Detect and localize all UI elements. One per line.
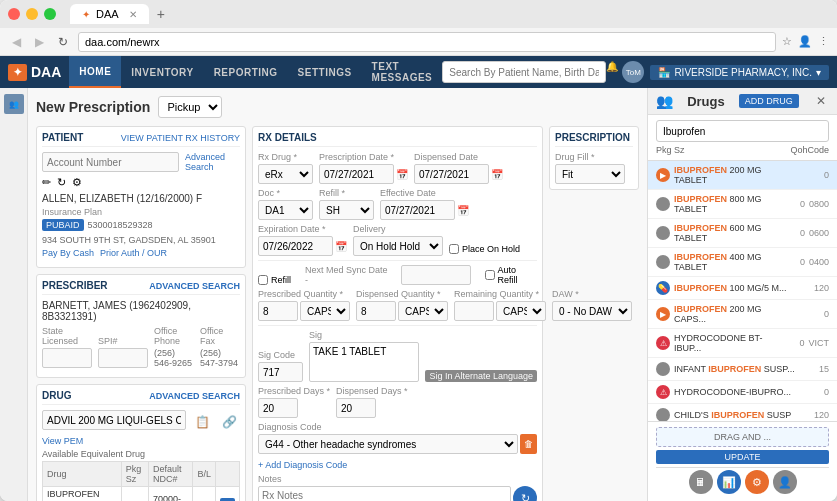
drug-item[interactable]: ▶ IBUPROFEN 200 MG CAPS... 0 <box>648 300 837 329</box>
drug-item[interactable]: ▶ IBUPROFEN 200 MG TABLET 0 <box>648 161 837 190</box>
add-drug-button[interactable]: ADD DRUG <box>739 94 799 108</box>
prescribed-days-input[interactable] <box>258 398 298 418</box>
nav-home[interactable]: HOME <box>69 56 121 88</box>
bottom-icons: 🖩 📊 ⚙ 👤 <box>656 467 829 496</box>
patient-edit-icon[interactable]: ✏ <box>42 176 51 189</box>
prior-auth-link[interactable]: Prior Auth / OUR <box>100 248 167 258</box>
drag-drop-area: DRAG AND ... <box>656 427 829 447</box>
drug-item[interactable]: CHILD'S IBUPROFEN SUSP 120 <box>648 404 837 421</box>
next-med-sync-input[interactable] <box>401 265 471 285</box>
drug-item[interactable]: IBUPROFEN 800 MG TABLET 0 0800 <box>648 190 837 219</box>
spi-input[interactable] <box>98 348 148 368</box>
settings-bottom-button[interactable]: ⚙ <box>745 470 769 494</box>
delivery-select[interactable]: On Hold Hold <box>353 236 443 256</box>
cal-icon4[interactable]: 📅 <box>335 241 347 252</box>
menu-icon[interactable]: ⋮ <box>818 35 829 48</box>
nav-inventory[interactable]: INVENTORY <box>121 56 203 88</box>
patient-settings-icon[interactable]: ⚙ <box>72 176 82 189</box>
remaining-qty-input[interactable] <box>454 301 494 321</box>
prescribed-qty-unit[interactable]: CAPS <box>300 301 350 321</box>
logo-icon: ✦ <box>8 64 27 81</box>
drugs-search-input[interactable] <box>656 120 829 142</box>
doc-select[interactable]: DA1 <box>258 200 313 220</box>
forward-button[interactable]: ▶ <box>31 33 48 51</box>
drug-item-name: HYDROCODONE-IBUPRO... <box>674 387 795 397</box>
sig-textarea[interactable]: TAKE 1 TABLET <box>309 342 419 382</box>
calculator-button[interactable]: 🖩 <box>689 470 713 494</box>
bookmark-icon[interactable]: ☆ <box>782 35 792 48</box>
remaining-qty-unit[interactable]: CAPS <box>496 301 546 321</box>
advanced-search-drug[interactable]: Advanced Search <box>149 391 240 401</box>
effective-date-input[interactable] <box>380 200 455 220</box>
nav-bar: ◀ ▶ ↻ ☆ 👤 ⋮ <box>0 28 837 56</box>
patient-refresh-icon[interactable]: ↻ <box>57 176 66 189</box>
drug-fill-select[interactable]: Fit <box>555 164 625 184</box>
close-button[interactable] <box>8 8 20 20</box>
close-drugs-panel-button[interactable]: ✕ <box>813 93 829 109</box>
browser-tab[interactable]: ✦ DAA ✕ <box>70 4 149 24</box>
nav-reporting[interactable]: REPORTING <box>204 56 288 88</box>
drug-row-action[interactable]: ▶ <box>215 487 239 502</box>
table-row[interactable]: IBUPROFEN 200 MG CAPSULE 70000-0169-30 0… <box>43 487 240 502</box>
drug-item[interactable]: IBUPROFEN 400 MG TABLET 0 0400 <box>648 248 837 277</box>
new-tab-button[interactable]: + <box>153 6 169 22</box>
user-bottom-button[interactable]: 👤 <box>773 470 797 494</box>
cal-icon3[interactable]: 📅 <box>457 205 469 216</box>
pickup-select[interactable]: Pickup <box>158 96 222 118</box>
dispensed-qty-unit[interactable]: CAPS <box>398 301 448 321</box>
prescribed-qty-input[interactable] <box>258 301 298 321</box>
refill-checkbox[interactable] <box>258 275 268 285</box>
cal-icon2[interactable]: 📅 <box>491 169 503 180</box>
dropdown-icon[interactable]: ▾ <box>816 67 821 78</box>
state-licensed-input[interactable] <box>42 348 92 368</box>
advanced-search-prescriber[interactable]: Advanced Search <box>149 281 240 291</box>
view-pem-link[interactable]: View PEM <box>42 436 83 446</box>
add-diagnosis-link[interactable]: + Add Diagnosis Code <box>258 460 347 470</box>
view-patient-history-link[interactable]: View Patient Rx History <box>121 133 240 143</box>
drug-item[interactable]: 💊 IBUPROFEN 100 MG/5 M... 120 <box>648 277 837 300</box>
drug-item[interactable]: ⚠ HYDROCODONE BT-IBUP... 0 VICT <box>648 329 837 358</box>
notes-textarea[interactable] <box>258 486 511 501</box>
drug-item[interactable]: IBUPROFEN 600 MG TABLET 0 0600 <box>648 219 837 248</box>
dispensed-date-input[interactable] <box>414 164 489 184</box>
advanced-search-patient[interactable]: Advanced Search <box>185 152 240 172</box>
expiration-date-input[interactable] <box>258 236 333 256</box>
drug-item-name: IBUPROFEN 200 MG TABLET <box>674 165 795 185</box>
dispensed-qty-input[interactable] <box>356 301 396 321</box>
minimize-button[interactable] <box>26 8 38 20</box>
nav-settings[interactable]: SETTINGS <box>288 56 362 88</box>
sidebar-users-icon[interactable]: 👥 <box>4 94 24 114</box>
prescription-date-input[interactable] <box>319 164 394 184</box>
header-search-input[interactable] <box>442 61 606 83</box>
nav-text-messages[interactable]: TEXT MESSAGES <box>362 56 443 88</box>
sig-alternate-button[interactable]: Sig In Alternate Language <box>425 370 537 382</box>
auto-refill-checkbox[interactable] <box>485 270 495 280</box>
chart-button[interactable]: 📊 <box>717 470 741 494</box>
pay-by-cash-link[interactable]: Pay By Cash <box>42 248 94 258</box>
back-button[interactable]: ◀ <box>8 33 25 51</box>
dispensed-days-input[interactable] <box>336 398 376 418</box>
user-nav-icon[interactable]: 👤 <box>798 35 812 48</box>
refill-select[interactable]: SH <box>319 200 374 220</box>
tab-close-icon[interactable]: ✕ <box>129 9 137 20</box>
maximize-button[interactable] <box>44 8 56 20</box>
refresh-notes-button[interactable]: ↻ <box>513 486 537 501</box>
diagnosis-select[interactable]: G44 - Other headache syndromes <box>258 434 518 454</box>
drug-item[interactable]: INFANT IBUPROFEN SUSP... 15 <box>648 358 837 381</box>
rx-drug-select[interactable]: eRx <box>258 164 313 184</box>
prescriber-section-header: PRESCRIBER Advanced Search <box>42 280 240 295</box>
bell-icon[interactable]: 🔔 <box>606 61 618 83</box>
delete-diagnosis-button[interactable]: 🗑 <box>520 434 537 454</box>
drug-name-input[interactable] <box>42 410 186 430</box>
update-button[interactable]: UPDATE <box>656 450 829 464</box>
drug-icon1[interactable]: 📋 <box>192 414 213 430</box>
drug-item[interactable]: ⚠ HYDROCODONE-IBUPRO... 0 <box>648 381 837 404</box>
refresh-button[interactable]: ↻ <box>54 33 72 51</box>
cal-icon1[interactable]: 📅 <box>396 169 408 180</box>
place-on-hold-checkbox[interactable] <box>449 244 459 254</box>
address-bar[interactable] <box>78 32 776 52</box>
drug-item-count: 0 <box>774 338 804 348</box>
drug-icon2[interactable]: 🔗 <box>219 414 240 430</box>
sig-code-input[interactable] <box>258 362 303 382</box>
patient-account-input[interactable] <box>42 152 179 172</box>
